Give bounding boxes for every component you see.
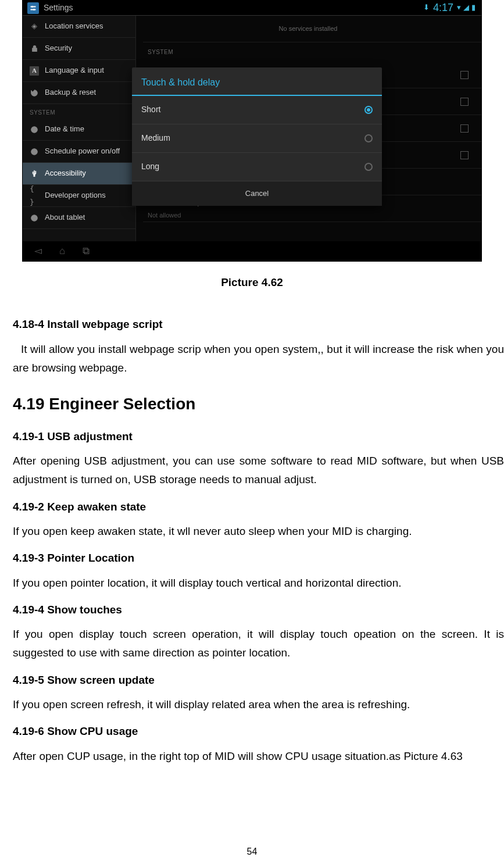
heading-4-19: 4.19 Engineer Selection (13, 390, 504, 418)
figure-caption: Picture 4.62 (0, 273, 504, 292)
heading-4-19-5: 4.19-5 Show screen update (13, 671, 504, 690)
info-icon (30, 213, 39, 223)
option-label: Medium (141, 131, 170, 145)
no-services-row: No services installed (143, 16, 481, 42)
heading-4-19-2: 4.19-2 Keep awaken state (13, 498, 504, 516)
sidebar-item-security[interactable]: Security (23, 38, 135, 60)
sidebar-item-about[interactable]: About tablet (23, 207, 135, 229)
radio-icon (364, 163, 373, 171)
paragraph: If you open screen refresh, it will disp… (0, 695, 504, 714)
dialog-option-long[interactable]: Long (132, 153, 382, 181)
home-icon[interactable]: ⌂ (59, 243, 65, 260)
paragraph: If you open display touch screen operati… (0, 625, 504, 663)
sidebar-item-backup[interactable]: Backup & reset (23, 82, 135, 104)
document-body: 4.18-4 Install webpage script It will al… (0, 315, 504, 809)
option-label: Short (141, 103, 160, 117)
heading-4-19-3: 4.19-3 Pointer Location (13, 549, 504, 567)
hand-icon (30, 169, 39, 178)
wifi-icon: ▾ (457, 1, 461, 14)
sidebar-item-datetime[interactable]: Date & time (23, 119, 135, 141)
clock-display: 4:17 (433, 1, 453, 17)
location-icon: ◈ (30, 22, 39, 31)
sidebar-label: Date & time (45, 123, 84, 135)
statusbar-title: Settings (44, 1, 73, 15)
option-label: Long (141, 160, 159, 174)
paragraph: If you open keep awaken state, it wll ne… (0, 522, 504, 541)
no-services-text: No services installed (279, 23, 338, 34)
sidebar-section-system: SYSTEM (23, 104, 135, 119)
content-section-system: SYSTEM (143, 42, 481, 62)
signal-icon: ◢ (463, 1, 469, 14)
sidebar-label: Location services (45, 20, 103, 33)
paragraph: After open CUP usage, in the right top o… (0, 747, 504, 766)
clock-icon (30, 125, 39, 134)
svg-rect-4 (32, 48, 37, 51)
settings-sidebar: ◈ Location services Security A Language … (23, 16, 136, 261)
download-icon: ⬇ (423, 1, 430, 14)
braces-icon: { } (30, 191, 39, 201)
android-navbar: ◅ ⌂ ⧉ (23, 241, 481, 261)
sidebar-label: Language & input (45, 64, 104, 77)
row-subtitle: Not allowed (148, 210, 208, 221)
lock-icon (30, 44, 39, 53)
paragraph: It will allow you install webpage scrip … (0, 340, 504, 378)
paragraph: After opening USB adjustment, you can us… (0, 452, 504, 490)
backup-icon (30, 88, 39, 98)
checkbox-icon[interactable] (460, 71, 469, 79)
sidebar-label: Security (45, 42, 72, 55)
power-icon (30, 147, 39, 156)
dialog-option-medium[interactable]: Medium (132, 124, 382, 153)
checkbox-icon[interactable] (460, 124, 469, 133)
battery-icon: ▮ (471, 1, 476, 14)
statusbar: Settings ⬇ 4:17 ▾ ◢ ▮ (23, 1, 481, 16)
checkbox-icon[interactable] (460, 98, 469, 106)
svg-point-2 (31, 6, 33, 8)
touch-hold-dialog: Touch & hold delay Short Medium Long Can… (132, 67, 382, 206)
sidebar-label: Schedule power on/off (45, 145, 120, 158)
checkbox-icon[interactable] (460, 151, 469, 159)
sidebar-label: About tablet (45, 211, 85, 224)
page-number: 54 (0, 844, 504, 857)
android-ui: Settings ⬇ 4:17 ▾ ◢ ▮ ◈ Location service… (23, 1, 481, 261)
sidebar-label: Developer options (45, 189, 106, 202)
dialog-cancel-button[interactable]: Cancel (132, 181, 382, 206)
sidebar-item-language[interactable]: A Language & input (23, 60, 135, 82)
radio-selected-icon (364, 106, 373, 114)
back-icon[interactable]: ◅ (34, 243, 42, 260)
settings-app-icon (27, 2, 39, 14)
sidebar-label: Accessibility (45, 167, 86, 180)
sidebar-item-developer[interactable]: { } Developer options (23, 185, 135, 207)
sidebar-item-accessibility[interactable]: Accessibility (23, 163, 135, 185)
language-icon: A (30, 66, 39, 76)
sidebar-label: Backup & reset (45, 86, 96, 99)
sidebar-item-schedule-power[interactable]: Schedule power on/off (23, 141, 135, 163)
heading-4-18-4: 4.18-4 Install webpage script (13, 315, 504, 334)
dialog-option-short[interactable]: Short (132, 96, 382, 124)
radio-icon (364, 134, 373, 142)
paragraph: If you open pointer location, it will di… (0, 574, 504, 592)
heading-4-19-1: 4.19-1 USB adjustment (13, 427, 504, 446)
recents-icon[interactable]: ⧉ (83, 243, 90, 260)
android-screenshot: Settings ⬇ 4:17 ▾ ◢ ▮ ◈ Location service… (22, 0, 482, 262)
heading-4-19-4: 4.19-4 Show touches (13, 601, 504, 619)
svg-point-3 (33, 9, 35, 10)
sidebar-item-location[interactable]: ◈ Location services (23, 16, 135, 38)
dialog-title: Touch & hold delay (132, 67, 382, 96)
heading-4-19-6: 4.19-6 Show CPU usage (13, 722, 504, 741)
